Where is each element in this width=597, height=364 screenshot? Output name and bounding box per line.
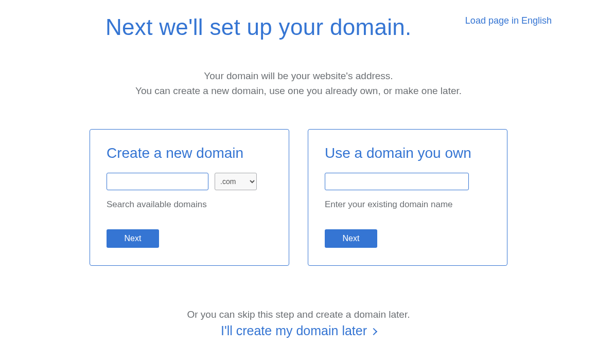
tld-select[interactable]: .com	[215, 173, 257, 190]
subtitle-line-2: You can create a new domain, use one you…	[0, 84, 597, 99]
chevron-right-icon	[370, 327, 377, 335]
create-domain-card: Create a new domain .com Search availabl…	[90, 129, 289, 266]
skip-block: Or you can skip this step and create a d…	[0, 309, 597, 338]
create-domain-title: Create a new domain	[107, 145, 272, 161]
new-domain-input[interactable]	[107, 173, 208, 190]
own-domain-title: Use a domain you own	[325, 145, 490, 161]
own-helper-text: Enter your existing domain name	[325, 199, 490, 210]
existing-domain-input[interactable]	[325, 173, 469, 190]
create-helper-text: Search available domains	[107, 199, 272, 210]
own-domain-card: Use a domain you own Enter your existing…	[308, 129, 507, 266]
create-next-button[interactable]: Next	[107, 229, 159, 248]
skip-text: Or you can skip this step and create a d…	[0, 309, 597, 320]
own-next-button[interactable]: Next	[325, 229, 377, 248]
load-english-link[interactable]: Load page in English	[465, 15, 552, 26]
own-input-row	[325, 173, 490, 190]
create-input-row: .com	[107, 173, 272, 190]
skip-link[interactable]: I'll create my domain later	[221, 323, 376, 338]
cards-row: Create a new domain .com Search availabl…	[0, 129, 597, 266]
subtitle-line-1: Your domain will be your website's addre…	[0, 69, 597, 84]
skip-link-label: I'll create my domain later	[221, 323, 367, 338]
subtitle-block: Your domain will be your website's addre…	[0, 69, 597, 98]
